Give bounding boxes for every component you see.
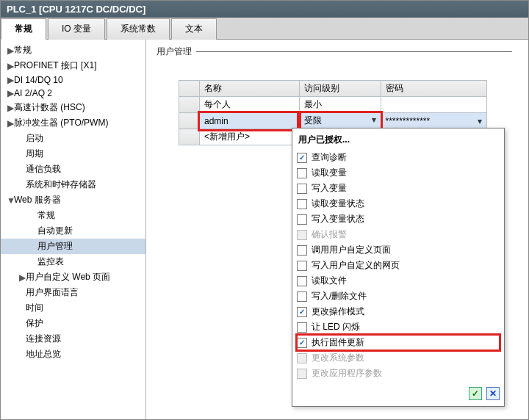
tree-item-label: 用户界面语言: [26, 286, 79, 299]
checkbox[interactable]: [297, 338, 307, 348]
table-header-row: 名称 访问级别 密码: [179, 81, 487, 97]
tree-item-label: Web 服务器: [14, 194, 61, 206]
cell-access-dropdown[interactable]: 受限▾: [299, 113, 381, 129]
tree-item-label: 周期: [26, 148, 43, 160]
tab-general[interactable]: 常规: [1, 18, 46, 40]
tree-item[interactable]: 通信负载: [1, 162, 145, 177]
tree-item[interactable]: ▼Web 服务器: [1, 192, 145, 208]
tree-item[interactable]: 用户管理: [1, 239, 145, 254]
tree-item-label: 系统和时钟存储器: [26, 178, 96, 191]
table-row-admin[interactable]: admin 受限▾ *************▾: [179, 113, 487, 129]
tree-arrow-icon: ▶: [7, 46, 14, 56]
tree-item-label: 用户管理: [37, 240, 73, 253]
tab-label: 系统常数: [120, 23, 156, 34]
tree-item[interactable]: ▶DI 14/DQ 10: [1, 73, 145, 87]
checkbox[interactable]: [297, 214, 307, 225]
tree-item[interactable]: 连接资源: [1, 331, 145, 347]
tree-item-label: 自动更新: [37, 225, 73, 237]
tree-item[interactable]: 监控表: [1, 254, 145, 269]
tree-item-label: 启动: [26, 132, 43, 145]
permission-label: 写入变量状态: [312, 213, 364, 225]
permission-item[interactable]: 更改操作模式: [297, 304, 500, 319]
nav-tree[interactable]: ▶常规▶PROFINET 接口 [X1]▶DI 14/DQ 10▶AI 2/AQ…: [1, 40, 146, 419]
cell-name[interactable]: admin: [200, 113, 300, 129]
permission-label: 更改操作模式: [312, 305, 364, 318]
checkbox: [297, 353, 307, 363]
permission-label: 更改系统参数: [312, 352, 364, 364]
section-title: 用户管理: [156, 46, 521, 58]
tab-io-variables[interactable]: IO 变量: [48, 18, 105, 40]
body: ▶常规▶PROFINET 接口 [X1]▶DI 14/DQ 10▶AI 2/AQ…: [1, 40, 528, 419]
tree-item[interactable]: 用户界面语言: [1, 285, 145, 300]
tree-item[interactable]: 保护: [1, 316, 145, 331]
permission-item[interactable]: 查询诊断: [297, 150, 500, 165]
col-name[interactable]: 名称: [200, 81, 300, 97]
tree-item-label: 地址总览: [26, 348, 61, 361]
tree-item-label: 常规: [37, 209, 55, 222]
col-access[interactable]: 访问级别: [299, 81, 381, 97]
tree-item[interactable]: 启动: [1, 131, 145, 146]
cell-access[interactable]: 最小: [299, 97, 381, 113]
tree-item-label: 时间: [26, 302, 43, 314]
checkbox[interactable]: [297, 261, 307, 271]
tree-item[interactable]: 常规: [1, 208, 145, 223]
checkbox[interactable]: [297, 184, 307, 194]
tree-item-label: 常规: [14, 44, 32, 57]
tree-item[interactable]: ▶脉冲发生器 (PTO/PWM): [1, 115, 145, 131]
tree-item[interactable]: 地址总览: [1, 347, 145, 362]
tree-item-label: 监控表: [37, 256, 64, 268]
permission-item[interactable]: 调用用户自定义页面: [297, 242, 500, 258]
tabbar: 常规 IO 变量 系统常数 文本: [1, 18, 528, 40]
tree-item-label: 连接资源: [26, 333, 61, 345]
permission-item[interactable]: 读取变量: [297, 165, 500, 181]
cell-password-dropdown[interactable]: *************▾: [381, 113, 487, 129]
permission-label: 确认报警: [312, 228, 347, 241]
permission-item[interactable]: 写入变量: [297, 181, 500, 196]
tree-item-label: 用户自定义 Web 页面: [26, 271, 110, 283]
tree-item[interactable]: ▶AI 2/AQ 2: [1, 87, 145, 100]
checkbox[interactable]: [297, 276, 307, 286]
permission-item[interactable]: 写入变量状态: [297, 211, 500, 227]
checkbox[interactable]: [297, 307, 307, 317]
permissions-dropdown: 用户已授权... 查询诊断读取变量写入变量读取变量状态写入变量状态确认报警调用用…: [292, 128, 505, 407]
checkbox[interactable]: [297, 153, 307, 163]
permission-item[interactable]: 让 LED 闪烁: [297, 319, 500, 335]
table-row[interactable]: 每个人 最小: [179, 97, 487, 113]
chevron-down-icon: ▾: [478, 116, 482, 126]
checkbox[interactable]: [297, 322, 307, 333]
permission-item[interactable]: 读取变量状态: [297, 196, 500, 211]
tree-item[interactable]: ▶PROFINET 接口 [X1]: [1, 58, 145, 73]
tab-system-constants[interactable]: 系统常数: [107, 18, 170, 40]
checkbox[interactable]: [297, 199, 307, 209]
tree-item[interactable]: ▶用户自定义 Web 页面: [1, 269, 145, 285]
permission-item[interactable]: 写入/删除文件: [297, 289, 500, 304]
tree-item[interactable]: ▶高速计数器 (HSC): [1, 100, 145, 115]
permission-item: 确认报警: [297, 227, 500, 242]
checkbox[interactable]: [297, 245, 307, 256]
cell-name[interactable]: 每个人: [200, 97, 300, 113]
permission-label: 读取文件: [312, 275, 347, 287]
cell-password[interactable]: [381, 97, 487, 113]
ok-button[interactable]: ✓: [469, 387, 482, 400]
cancel-button[interactable]: ✕: [486, 387, 500, 400]
tree-item[interactable]: 周期: [1, 146, 145, 162]
tab-label: IO 变量: [62, 23, 91, 34]
tree-item-label: 高速计数器 (HSC): [14, 101, 85, 114]
tree-item[interactable]: 自动更新: [1, 223, 145, 239]
cell-new-user[interactable]: <新增用户>: [200, 129, 300, 145]
window-title: PLC_1 [CPU 1217C DC/DC/DC]: [1, 1, 528, 18]
permission-item[interactable]: 读取文件: [297, 273, 500, 289]
tree-item[interactable]: ▶常规: [1, 43, 145, 58]
tree-item[interactable]: 系统和时钟存储器: [1, 177, 145, 192]
tree-item[interactable]: 时间: [1, 300, 145, 316]
col-password[interactable]: 密码: [381, 81, 487, 97]
checkbox[interactable]: [297, 292, 307, 302]
tab-label: 常规: [15, 23, 32, 34]
tree-item-label: AI 2/AQ 2: [14, 88, 52, 98]
tree-item-label: PROFINET 接口 [X1]: [14, 59, 96, 72]
permission-item[interactable]: 写入用户自定义的网页: [297, 258, 500, 273]
permission-item[interactable]: 执行固件更新: [297, 335, 500, 350]
tree-arrow-icon: ▶: [7, 75, 14, 85]
checkbox[interactable]: [297, 168, 307, 178]
tab-text[interactable]: 文本: [171, 18, 217, 40]
